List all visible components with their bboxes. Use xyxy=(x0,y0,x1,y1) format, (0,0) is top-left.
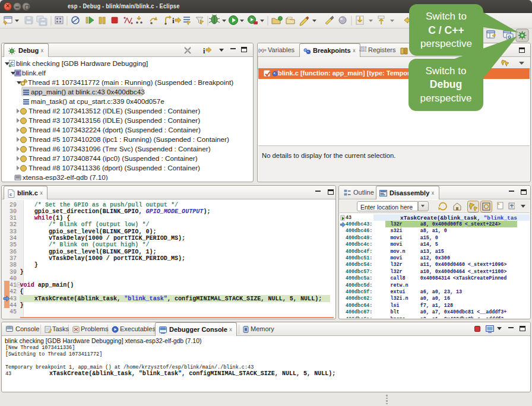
svg-text:c: c xyxy=(10,192,12,197)
